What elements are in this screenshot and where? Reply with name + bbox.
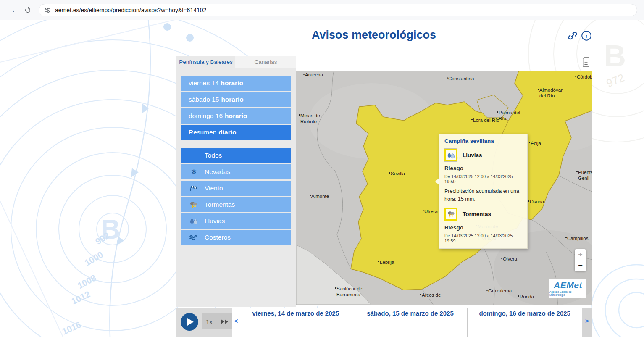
place-label: Campillos (567, 236, 589, 242)
aemet-logo-word: AEMet (554, 281, 582, 289)
waves-icon (189, 234, 199, 240)
filter-button-lluvias[interactable]: Lluvias (181, 213, 291, 229)
place-label: Lora del Río (473, 118, 499, 124)
filter-button-nevadas[interactable]: ❄ Nevadas (181, 164, 291, 179)
timeline-day-domingo[interactable]: domingo, 16 de marzo de 2025 (468, 308, 582, 337)
timeline-day-viernes[interactable]: viernes, 14 de marzo de 2025 (239, 308, 353, 337)
place-label: Ronda (520, 294, 534, 300)
date-timeline: < viernes, 14 de marzo de 2025 sábado, 1… (232, 308, 582, 337)
filter-button-list: Todos ❄ Nevadas Viento (181, 148, 291, 245)
speed-control[interactable]: 1x (202, 313, 233, 329)
map-zoom-controls: + − (575, 249, 586, 271)
place-label: Osuna (530, 199, 544, 205)
place-dot (497, 111, 498, 113)
wind-icon (189, 185, 199, 192)
place-dot (447, 77, 448, 79)
svg-text:1008: 1008 (76, 273, 97, 290)
address-bar[interactable]: aemet.es/es/eltiempo/prediccion/avisos?w… (39, 4, 637, 16)
warning-description: Precipitación acumulada en una hora: 15 … (444, 187, 522, 203)
place-label: PuenteGenil (578, 170, 592, 181)
animation-player: 1x (176, 308, 239, 337)
place-dot (310, 195, 311, 196)
speed-value: 1x (206, 318, 213, 325)
place-dot (576, 171, 578, 172)
download-icon (582, 57, 590, 67)
place-label: Grazalema (488, 288, 512, 294)
warning-level: Riesgo (444, 224, 522, 231)
tooltip-zone-title: Campiña sevillana (444, 138, 522, 144)
day-button-viernes-14[interactable]: viernes 14horario (181, 76, 291, 91)
place-label: Minas deRiotinto (300, 113, 320, 124)
storm-warning-icon (444, 208, 457, 221)
filter-label: Todos (205, 152, 222, 159)
rain-icon (189, 217, 199, 225)
secondary-low-letter: B (604, 39, 626, 73)
place-dot (423, 210, 424, 211)
filter-button-todos[interactable]: Todos (181, 148, 291, 163)
place-dot (529, 142, 530, 143)
timeline-next-arrow[interactable]: > (585, 317, 589, 324)
zoom-in-button[interactable]: + (575, 249, 586, 260)
svg-text:1000: 1000 (83, 250, 105, 268)
place-label: Écija (531, 141, 541, 147)
place-dot (501, 258, 502, 259)
day-label-bold: horario (221, 79, 243, 87)
snow-icon: ❄ (189, 168, 199, 176)
filter-button-costeros[interactable]: Costeros (181, 230, 291, 245)
tab-canarias[interactable]: Canarias (235, 56, 296, 68)
aemet-logo-subtitle: Agencia Estatal de Meteorología (549, 290, 586, 296)
place-label: Aracena (305, 72, 323, 78)
place-dot (471, 119, 473, 120)
day-label-bold: diario (218, 129, 236, 136)
place-label: Olvera (503, 256, 517, 262)
day-button-domingo-16[interactable]: domingo 16horario (181, 108, 291, 124)
site-info-icon[interactable] (44, 7, 51, 13)
day-button-resumen-diario[interactable]: Resumendiario (181, 125, 291, 140)
filter-button-viento[interactable]: Viento (181, 181, 291, 196)
place-dot (528, 200, 529, 202)
info-button[interactable]: i (581, 30, 592, 41)
filter-button-tormentas[interactable]: Tormentas (181, 197, 291, 212)
place-dot (538, 89, 539, 90)
play-button[interactable] (181, 313, 198, 331)
info-icon: i (581, 30, 592, 41)
fast-forward-icon[interactable] (221, 319, 229, 324)
warning-level: Riesgo (444, 165, 522, 171)
filter-label: Costeros (205, 234, 231, 241)
day-label-bold: horario (225, 112, 247, 120)
place-label: Palma delRío (499, 110, 520, 121)
place-dot (518, 295, 519, 297)
filter-label: Lluvias (205, 217, 225, 225)
day-label: Resumen (189, 129, 216, 136)
warning-type: Lluvias (463, 152, 482, 158)
play-icon (187, 318, 194, 326)
day-label: viernes 14 (189, 79, 219, 87)
reload-icon[interactable] (23, 6, 33, 14)
timeline-day-sabado[interactable]: sábado, 15 de marzo de 2025 (353, 308, 468, 337)
place-label: Córdoba (577, 74, 592, 80)
url-text[interactable]: aemet.es/es/eltiempo/prediccion/avisos?w… (55, 7, 206, 13)
link-icon (567, 30, 578, 41)
day-button-list: viernes 14horario sábado 15horario domin… (181, 76, 291, 140)
timeline-prev-arrow[interactable]: < (234, 317, 238, 324)
warning-map[interactable]: AracenaMinas deRiotintoConstantinaCórdob… (296, 71, 592, 305)
aemet-logo: AEMet Agencia Estatal de Meteorología (549, 279, 586, 298)
page-title: Avisos meteorológicos (176, 29, 571, 42)
browser-toolbar: → aemet.es/es/eltiempo/prediccion/avisos… (0, 0, 644, 20)
timeline-columns: viernes, 14 de marzo de 2025 sábado, 15 … (239, 308, 582, 337)
warning-tooltip: Campiña sevillana Lluvias Riesgo De 14/0… (439, 134, 528, 249)
day-button-sabado-15[interactable]: sábado 15horario (181, 92, 291, 107)
forward-icon[interactable]: → (7, 5, 17, 15)
warning-period: De 14/03/2025 12:00 a 14/03/2025 19:59 (444, 233, 522, 243)
download-map-button[interactable] (582, 57, 590, 69)
svg-text:1012: 1012 (70, 289, 92, 306)
permalink-button[interactable] (567, 30, 578, 41)
place-label: Almodóvardel Río (539, 87, 563, 99)
sidebar-panel: viernes 14horario sábado 15horario domin… (176, 68, 296, 307)
timeline-next-strip[interactable]: > (582, 308, 592, 337)
tab-peninsula-baleares[interactable]: Península y Baleares (176, 56, 235, 68)
filter-label: Nevadas (205, 168, 230, 176)
day-label: sábado 15 (189, 96, 219, 103)
zoom-out-button[interactable]: − (575, 260, 586, 271)
place-dot (378, 261, 379, 262)
